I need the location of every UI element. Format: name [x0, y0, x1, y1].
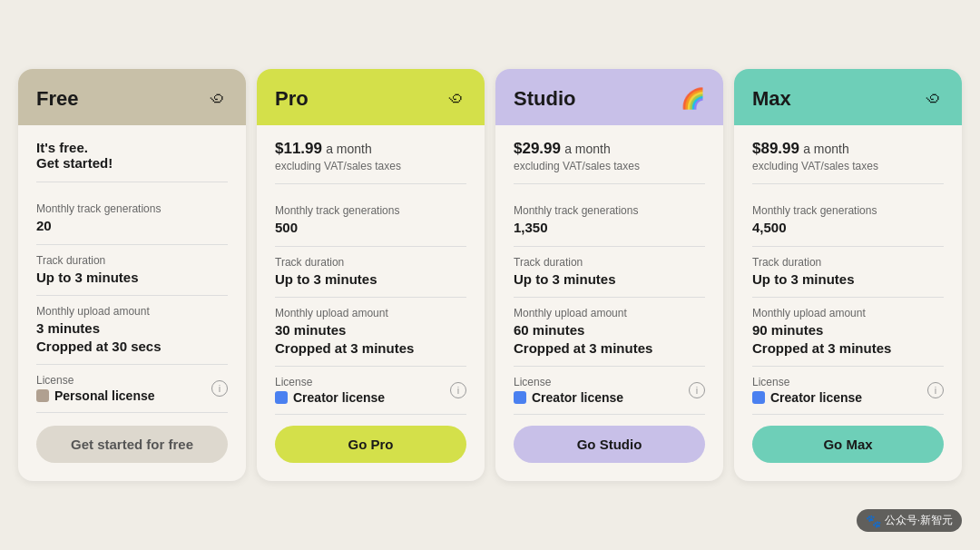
generations-value-pro: 500: [275, 219, 466, 237]
cta-button-free[interactable]: Get started for free: [36, 426, 228, 463]
cta-section-studio: Go Studio: [514, 415, 705, 467]
license-content-studio: License Creator license: [514, 376, 623, 405]
price-line-max: $89.99 a month: [752, 140, 944, 158]
generations-label-pro: Monthly track generations: [275, 204, 466, 217]
license-content-free: License Personal license: [36, 374, 155, 403]
plan-body-pro: $11.99 a month excluding VAT/sales taxes…: [257, 125, 485, 481]
license-info-icon-studio[interactable]: i: [689, 382, 705, 398]
plan-title-free: Free: [36, 87, 78, 111]
cta-section-free: Get started for free: [36, 415, 228, 467]
plan-card-pro: Pro ꩜ $11.99 a month excluding VAT/sales…: [257, 69, 485, 481]
price-section-pro: $11.99 a month excluding VAT/sales taxes: [275, 140, 466, 184]
price-free-line2: Get started!: [36, 155, 228, 171]
upload-label-studio: Monthly upload amount: [514, 307, 705, 319]
cta-section-pro: Go Pro: [275, 415, 466, 467]
license-row-max: License Creator license i: [752, 367, 944, 415]
license-row-studio: License Creator license i: [514, 367, 705, 415]
upload-value-studio: 60 minutesCropped at 3 minutes: [514, 321, 705, 357]
plan-body-studio: $29.99 a month excluding VAT/sales taxes…: [495, 125, 723, 481]
price-line-pro: $11.99 a month: [275, 140, 466, 158]
license-row-free: License Personal license i: [36, 365, 228, 413]
upload-value-free: 3 minutesCropped at 30 secs: [36, 319, 228, 355]
plan-icon-pro: ꩜: [446, 87, 466, 111]
price-period-studio: a month: [564, 142, 611, 156]
generations-row-free: Monthly track generations 20: [36, 193, 228, 245]
duration-row-free: Track duration Up to 3 minutes: [36, 245, 228, 297]
cta-button-pro[interactable]: Go Pro: [275, 426, 466, 463]
license-value-max: Creator license: [752, 390, 862, 405]
generations-label-studio: Monthly track generations: [514, 204, 705, 217]
duration-value-max: Up to 3 minutes: [752, 270, 944, 289]
license-value-studio: Creator license: [514, 390, 623, 405]
plan-header-max: Max ꩜: [734, 69, 962, 125]
cta-button-studio[interactable]: Go Studio: [514, 426, 705, 463]
price-free-line1: It's free.: [36, 140, 228, 155]
upload-value-max: 90 minutesCropped at 3 minutes: [752, 321, 944, 357]
plan-header-free: Free ꩜: [18, 69, 246, 125]
price-amount-studio: $29.99: [514, 140, 561, 157]
license-value-free: Personal license: [36, 388, 155, 403]
generations-row-max: Monthly track generations 4,500: [752, 195, 944, 247]
watermark-icon: 🐾: [866, 514, 881, 528]
license-row-pro: License Creator license i: [275, 367, 466, 415]
plan-card-studio: Studio 🌈 $29.99 a month excluding VAT/sa…: [495, 69, 723, 481]
watermark-text: 公众号·新智元: [885, 513, 953, 528]
price-section-free: It's free. Get started!: [36, 140, 228, 182]
license-dot-max: [752, 391, 765, 404]
license-dot-studio: [514, 391, 526, 404]
duration-label-studio: Track duration: [514, 256, 705, 269]
generations-row-studio: Monthly track generations 1,350: [514, 195, 705, 247]
plan-icon-max: ꩜: [924, 87, 944, 111]
upload-row-max: Monthly upload amount 90 minutesCropped …: [752, 298, 944, 367]
duration-row-max: Track duration Up to 3 minutes: [752, 247, 944, 299]
plan-body-max: $89.99 a month excluding VAT/sales taxes…: [734, 125, 962, 481]
license-content-max: License Creator license: [752, 376, 862, 405]
price-amount-max: $89.99: [752, 140, 799, 157]
price-section-max: $89.99 a month excluding VAT/sales taxes: [752, 140, 944, 184]
plan-card-free: Free ꩜ It's free. Get started! Monthly t…: [18, 69, 246, 481]
price-note-max: excluding VAT/sales taxes: [752, 160, 944, 172]
duration-label-max: Track duration: [752, 256, 944, 269]
price-period-max: a month: [803, 142, 849, 156]
license-info-icon-max[interactable]: i: [927, 382, 944, 398]
upload-label-free: Monthly upload amount: [36, 305, 228, 318]
watermark: 🐾 公众号·新智元: [857, 509, 962, 532]
plan-header-pro: Pro ꩜: [257, 69, 485, 125]
price-section-studio: $29.99 a month excluding VAT/sales taxes: [514, 140, 705, 184]
duration-value-free: Up to 3 minutes: [36, 269, 228, 287]
plan-title-studio: Studio: [514, 87, 575, 111]
duration-value-pro: Up to 3 minutes: [275, 270, 466, 289]
plan-header-studio: Studio 🌈: [495, 69, 723, 125]
upload-row-pro: Monthly upload amount 30 minutesCropped …: [275, 298, 466, 367]
plan-title-pro: Pro: [275, 87, 309, 111]
plan-icon-studio: 🌈: [681, 87, 705, 111]
upload-label-pro: Monthly upload amount: [275, 307, 466, 319]
price-note-pro: excluding VAT/sales taxes: [275, 160, 466, 172]
cta-section-max: Go Max: [752, 415, 944, 467]
price-period-pro: a month: [326, 142, 372, 156]
price-line-studio: $29.99 a month: [514, 140, 705, 158]
upload-value-pro: 30 minutesCropped at 3 minutes: [275, 321, 466, 357]
price-amount-pro: $11.99: [275, 140, 322, 157]
generations-value-free: 20: [36, 217, 228, 235]
license-label-max: License: [752, 376, 862, 388]
license-info-icon-pro[interactable]: i: [450, 382, 466, 398]
upload-label-max: Monthly upload amount: [752, 307, 944, 319]
plan-body-free: It's free. Get started! Monthly track ge…: [18, 125, 246, 481]
duration-label-pro: Track duration: [275, 256, 466, 269]
license-info-icon-free[interactable]: i: [211, 380, 228, 397]
license-dot-pro: [275, 391, 288, 404]
plan-icon-free: ꩜: [208, 87, 228, 111]
duration-value-studio: Up to 3 minutes: [514, 270, 705, 289]
upload-row-studio: Monthly upload amount 60 minutesCropped …: [514, 298, 705, 367]
upload-row-free: Monthly upload amount 3 minutesCropped a…: [36, 296, 228, 365]
plan-title-max: Max: [752, 87, 791, 111]
generations-value-studio: 1,350: [514, 219, 705, 237]
license-dot-free: [36, 389, 49, 402]
duration-row-pro: Track duration Up to 3 minutes: [275, 247, 466, 299]
generations-value-max: 4,500: [752, 219, 944, 237]
plan-card-max: Max ꩜ $89.99 a month excluding VAT/sales…: [734, 69, 962, 481]
cta-button-max[interactable]: Go Max: [752, 426, 944, 463]
license-label-free: License: [36, 374, 155, 387]
price-note-studio: excluding VAT/sales taxes: [514, 160, 705, 172]
